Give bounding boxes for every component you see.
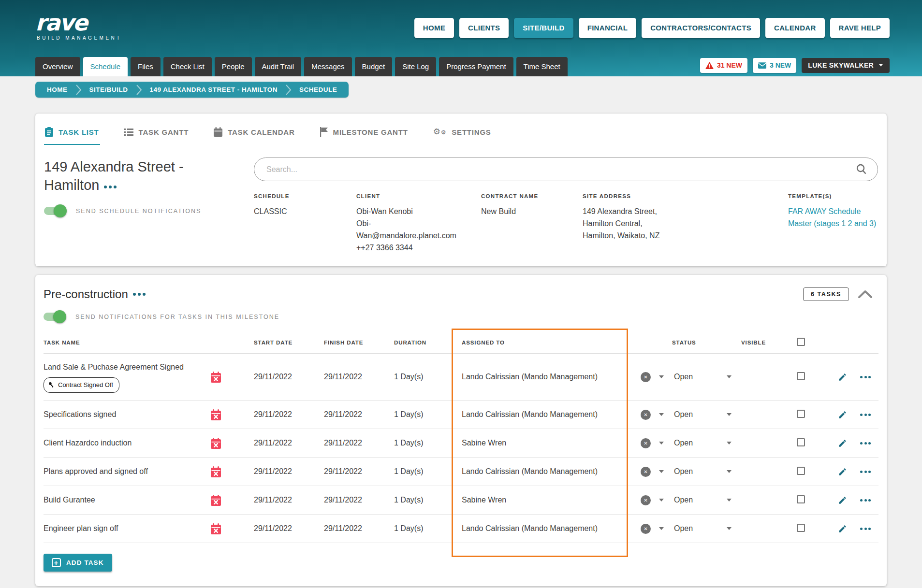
- user-menu[interactable]: LUKE SKYWALKER: [802, 58, 890, 73]
- calendar-remove-icon[interactable]: [211, 372, 247, 383]
- calendar-remove-icon[interactable]: [211, 409, 247, 420]
- client-phone: ++27 3366 3344: [356, 242, 468, 254]
- edit-task-icon[interactable]: [838, 439, 847, 448]
- tab-label: TASK CALENDAR: [228, 128, 294, 136]
- assignee-dropdown-icon[interactable]: [659, 413, 664, 416]
- row-more-options-icon[interactable]: [860, 499, 871, 502]
- tab-people[interactable]: People: [215, 57, 252, 76]
- col-task-name: TASK NAME: [44, 340, 203, 345]
- row-checkbox[interactable]: [797, 438, 805, 446]
- flag-icon: [320, 127, 328, 137]
- address-line: Hamilton Central,: [583, 217, 788, 229]
- search-input[interactable]: [254, 158, 878, 181]
- status-dropdown-icon[interactable]: [727, 413, 732, 416]
- clear-assignee-icon[interactable]: ✕: [641, 410, 651, 420]
- edit-task-icon[interactable]: [838, 373, 847, 382]
- row-checkbox[interactable]: [797, 524, 805, 532]
- calendar-remove-icon[interactable]: [211, 495, 247, 506]
- tab-site-log[interactable]: Site Log: [395, 57, 436, 76]
- row-checkbox[interactable]: [797, 495, 805, 503]
- tab-check-list[interactable]: Check List: [163, 57, 212, 76]
- tab-schedule[interactable]: Schedule: [83, 57, 128, 76]
- tab-progress-payment[interactable]: Progress Payment: [439, 57, 513, 76]
- row-more-options-icon[interactable]: [860, 528, 871, 530]
- clear-assignee-icon[interactable]: ✕: [641, 372, 651, 382]
- clear-assignee-icon[interactable]: ✕: [641, 438, 651, 448]
- assignee-dropdown-icon[interactable]: [659, 499, 664, 502]
- app-header: rave BUILD MANAGEMENT HOME CLIENTS SITE/…: [0, 0, 922, 76]
- alerts-badge[interactable]: 31 NEW: [700, 58, 747, 73]
- nav-rave-help-button[interactable]: RAVE HELP: [830, 18, 890, 38]
- col-assigned-to: ASSIGNED TO: [452, 340, 628, 345]
- breadcrumb-home[interactable]: HOME: [39, 86, 75, 93]
- tab-task-gantt[interactable]: TASK GANTT: [123, 125, 190, 145]
- contract-info: CONTRACT NAME New Build: [481, 193, 583, 254]
- nav-contractors-contacts-button[interactable]: CONTRACTORS/CONTACTS: [642, 18, 760, 38]
- breadcrumb-project[interactable]: 149 ALEXANDRA STREET - HAMILTON: [142, 86, 286, 93]
- tab-overview[interactable]: Overview: [35, 57, 80, 76]
- status-dropdown-icon[interactable]: [727, 499, 732, 502]
- tab-audit-trail[interactable]: Audit Trail: [255, 57, 302, 76]
- assignee-dropdown-icon[interactable]: [659, 470, 664, 473]
- row-more-options-icon[interactable]: [860, 414, 871, 416]
- messages-badge[interactable]: 3 NEW: [753, 58, 796, 73]
- nav-financial-button[interactable]: FINANCIAL: [579, 18, 637, 38]
- calendar-remove-icon[interactable]: [211, 466, 247, 477]
- edit-task-icon[interactable]: [838, 496, 847, 505]
- assignee-dropdown-icon[interactable]: [659, 527, 664, 530]
- milestone-more-options-icon[interactable]: [133, 293, 146, 296]
- status-dropdown-icon[interactable]: [727, 470, 732, 473]
- key-icon: [48, 382, 55, 388]
- milestone-card: Pre-construction 6 TASKS SEND NOTIFICATI…: [35, 275, 887, 586]
- schedule-view-tabs: TASK LIST TASK GANTT TASK CALENDAR MILES…: [44, 125, 878, 145]
- select-all-checkbox[interactable]: [797, 338, 805, 346]
- breadcrumb-schedule[interactable]: SCHEDULE: [292, 86, 345, 93]
- search-icon[interactable]: [856, 164, 866, 176]
- tab-milestone-gantt[interactable]: MILESTONE GANTT: [319, 125, 409, 145]
- row-more-options-icon[interactable]: [860, 376, 871, 378]
- project-more-options-icon[interactable]: [104, 186, 117, 188]
- row-more-options-icon[interactable]: [860, 442, 871, 445]
- calendar-remove-icon[interactable]: [211, 523, 247, 534]
- clear-assignee-icon[interactable]: ✕: [641, 524, 651, 534]
- breadcrumb-site-build[interactable]: SITE/BUILD: [82, 86, 136, 93]
- status-dropdown-icon[interactable]: [727, 375, 732, 378]
- tab-settings[interactable]: ⚙⚙ SETTINGS: [432, 125, 492, 145]
- nav-calendar-button[interactable]: CALENDAR: [765, 18, 825, 38]
- task-duration: 1 Day(s): [387, 373, 452, 381]
- nav-clients-button[interactable]: CLIENTS: [459, 18, 509, 38]
- edit-task-icon[interactable]: [838, 467, 847, 476]
- tab-files[interactable]: Files: [131, 57, 161, 76]
- edit-task-icon[interactable]: [838, 410, 847, 419]
- tab-task-calendar[interactable]: TASK CALENDAR: [213, 125, 295, 145]
- row-more-options-icon[interactable]: [860, 471, 871, 473]
- row-checkbox[interactable]: [797, 372, 805, 380]
- status-dropdown-icon[interactable]: [727, 527, 732, 530]
- tab-messages[interactable]: Messages: [304, 57, 351, 76]
- tab-task-list[interactable]: TASK LIST: [44, 125, 100, 145]
- assignee-dropdown-icon[interactable]: [659, 442, 664, 445]
- row-checkbox[interactable]: [797, 410, 805, 418]
- milestone-notifications-toggle[interactable]: [44, 313, 65, 321]
- status-dropdown-icon[interactable]: [727, 442, 732, 445]
- collapse-milestone-button[interactable]: [858, 290, 873, 299]
- alerts-badge-label: 31 NEW: [717, 61, 742, 69]
- tab-budget[interactable]: Budget: [355, 57, 393, 76]
- clear-assignee-icon[interactable]: ✕: [641, 467, 651, 477]
- schedule-notifications-toggle[interactable]: [44, 207, 65, 215]
- calendar-remove-icon[interactable]: [211, 438, 247, 449]
- tab-label: TASK LIST: [59, 128, 99, 136]
- breadcrumb: HOME SITE/BUILD 149 ALEXANDRA STREET - H…: [35, 82, 349, 98]
- milestone-title: Pre-construction: [44, 287, 128, 301]
- address-line: 149 Alexandra Street,: [583, 205, 788, 217]
- add-task-button[interactable]: + ADD TASK: [44, 554, 112, 572]
- nav-home-button[interactable]: HOME: [414, 18, 454, 38]
- tab-time-sheet[interactable]: Time Sheet: [516, 57, 568, 76]
- assignee-dropdown-icon[interactable]: [659, 375, 664, 378]
- edit-task-icon[interactable]: [838, 524, 847, 533]
- template-link[interactable]: FAR AWAY Schedule Master (stages 1 2 and…: [788, 205, 878, 229]
- task-status: Open: [674, 496, 693, 504]
- row-checkbox[interactable]: [797, 467, 805, 475]
- nav-site-build-button[interactable]: SITE/BUILD: [514, 18, 573, 38]
- clear-assignee-icon[interactable]: ✕: [641, 495, 651, 505]
